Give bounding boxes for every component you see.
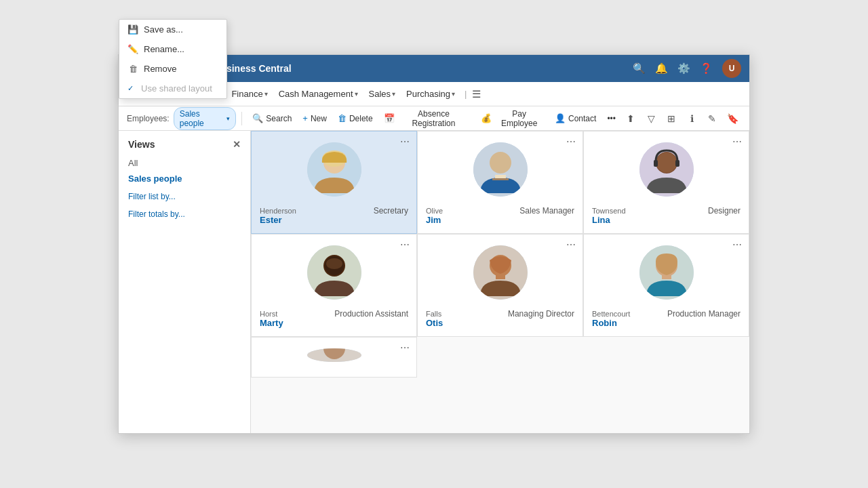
svg-point-9: [656, 152, 677, 173]
delete-btn-icon: 🗑: [338, 113, 347, 123]
svg-rect-11: [675, 160, 679, 167]
card-name-ester: Henderson Ester: [260, 207, 296, 225]
contact-btn-label: Contact: [568, 114, 596, 123]
role-otis: Managing Director: [508, 309, 574, 319]
employee-card-robin[interactable]: ⋯ Bettencourt Robin: [583, 234, 749, 337]
filter-value: Sales people: [180, 109, 224, 128]
svg-rect-18: [496, 274, 505, 279]
employee-card-jim[interactable]: ⋯ Olive Jim: [417, 131, 583, 234]
role-jim: Sales Manager: [519, 206, 574, 216]
svg-point-15: [326, 258, 342, 269]
contact-button[interactable]: 👤 Contact: [550, 111, 601, 125]
nav-separator2: |: [465, 89, 467, 99]
first-name-marty[interactable]: Marty: [260, 318, 283, 328]
sidebar-item-sales-people[interactable]: Sales people: [119, 171, 250, 186]
first-name-otis[interactable]: Otis: [426, 318, 443, 328]
card-menu-marty[interactable]: ⋯: [397, 239, 412, 251]
help-icon[interactable]: ❓: [700, 62, 713, 75]
views-close-icon[interactable]: ✕: [233, 139, 241, 150]
sidebar-item-all[interactable]: All: [119, 155, 250, 171]
cards-grid: ⋯ Henderson: [251, 131, 749, 378]
search-icon[interactable]: 🔍: [633, 62, 646, 75]
avatar-robin: [639, 245, 694, 300]
card-footer-otis: Falls Otis Managing Director: [426, 309, 574, 328]
filter-icon[interactable]: ▽: [642, 110, 660, 127]
employee-card-marty[interactable]: ⋯ Horst Marty: [251, 234, 417, 337]
employee-card-otis[interactable]: ⋯ Falls Otis: [417, 234, 583, 337]
last-name-otis: Falls: [426, 310, 443, 318]
toolbar-right: ⬆ ▽ ⊞ ℹ ✎ 🔖: [622, 110, 741, 127]
contact-btn-icon: 👤: [555, 113, 566, 123]
last-name-jim: Olive: [426, 207, 443, 215]
avatar-lina: [639, 142, 694, 197]
toolbar-separator: [241, 112, 242, 125]
nav-sales[interactable]: Sales ▾: [365, 87, 400, 100]
filter-chevron: ▾: [226, 115, 230, 122]
card-menu-ester[interactable]: ⋯: [397, 136, 412, 148]
employee-card-lina[interactable]: ⋯: [583, 131, 749, 234]
views-title: Views: [128, 139, 155, 150]
cash-chevron: ▾: [355, 90, 358, 98]
views-header: Views ✕: [119, 139, 250, 155]
new-button[interactable]: + New: [298, 111, 332, 125]
first-name-lina[interactable]: Lina: [592, 215, 626, 225]
hamburger-icon[interactable]: ☰: [472, 88, 481, 100]
bell-icon[interactable]: 🔔: [655, 62, 668, 75]
card-name-robin: Bettencourt Robin: [592, 310, 630, 328]
delete-button[interactable]: 🗑 Delete: [333, 111, 378, 125]
employee-card-partial[interactable]: ⋯: [251, 337, 417, 378]
card-footer-lina: Townsend Lina Designer: [592, 206, 741, 225]
filter-pill[interactable]: Sales people ▾: [174, 107, 237, 130]
main-content: ⋯ Henderson: [251, 131, 749, 433]
avatar-svg-partial: [307, 348, 361, 362]
layout-icon[interactable]: ⊞: [663, 110, 680, 127]
pay-btn-label: Pay Employee: [494, 109, 544, 128]
finance-chevron: ▾: [264, 90, 268, 98]
last-name-lina: Townsend: [592, 207, 626, 215]
last-name-robin: Bettencourt: [592, 310, 630, 318]
edit-icon[interactable]: ✎: [703, 110, 721, 127]
bookmark-icon[interactable]: 🔖: [724, 110, 741, 127]
card-menu-lina[interactable]: ⋯: [730, 136, 745, 148]
nav-cash-management[interactable]: Cash Management ▾: [275, 87, 362, 100]
last-name-ester: Henderson: [260, 207, 296, 215]
more-btn-label: •••: [607, 114, 616, 123]
nav-purchasing[interactable]: Purchasing ▾: [402, 87, 459, 100]
search-btn-icon: 🔍: [252, 113, 263, 123]
top-bar-right: 🔍 🔔 ⚙️ ❓ U: [633, 59, 741, 78]
card-menu-partial[interactable]: ⋯: [397, 342, 412, 354]
svg-rect-10: [654, 160, 658, 167]
filter-list-by-link[interactable]: Filter list by...: [119, 189, 250, 204]
nav-finance[interactable]: Finance ▾: [227, 87, 271, 100]
info-icon[interactable]: ℹ: [683, 110, 701, 127]
absence-registration-button[interactable]: 📅 Absence Registration: [379, 107, 475, 130]
first-name-jim[interactable]: Jim: [426, 215, 443, 225]
more-button[interactable]: •••: [602, 112, 620, 125]
search-button[interactable]: 🔍 Search: [248, 111, 296, 125]
new-btn-label: New: [311, 114, 327, 123]
svg-rect-21: [662, 275, 671, 279]
share-icon[interactable]: ⬆: [622, 110, 639, 127]
avatar-svg-ester: [307, 142, 361, 197]
first-name-ester[interactable]: Ester: [260, 215, 296, 225]
pay-employee-button[interactable]: 💰 Pay Employee: [476, 107, 549, 130]
toolbar: Employees: Sales people ▾ 🔍 Search + New…: [119, 106, 749, 131]
filter-totals-by-link[interactable]: Filter totals by...: [119, 207, 250, 222]
gear-icon[interactable]: ⚙️: [677, 62, 690, 75]
role-lina: Designer: [708, 206, 741, 216]
user-avatar[interactable]: U: [722, 59, 741, 78]
first-name-robin[interactable]: Robin: [592, 318, 630, 328]
card-menu-otis[interactable]: ⋯: [564, 239, 578, 251]
employee-card-ester[interactable]: ⋯ Henderson: [251, 131, 417, 234]
content-area: Views ✕ All Sales people Filter list by.…: [119, 131, 749, 433]
purchasing-chevron: ▾: [452, 90, 455, 98]
card-name-otis: Falls Otis: [426, 310, 443, 328]
delete-btn-label: Delete: [349, 114, 373, 123]
card-menu-jim[interactable]: ⋯: [564, 136, 578, 148]
svg-point-4: [490, 152, 511, 174]
card-menu-robin[interactable]: ⋯: [730, 239, 745, 251]
avatar-marty: [307, 245, 361, 300]
svg-rect-6: [492, 178, 509, 180]
avatar-jim: [473, 142, 528, 197]
card-name-marty: Horst Marty: [260, 310, 283, 328]
